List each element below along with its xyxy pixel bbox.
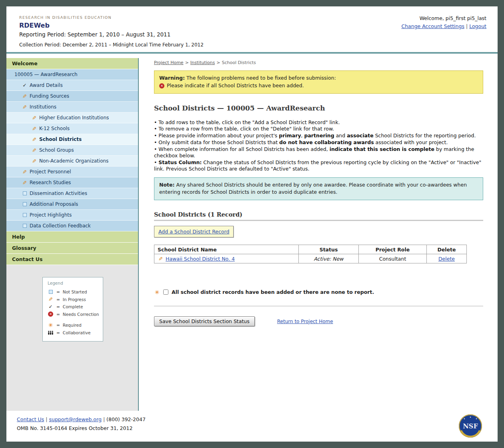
sidebar-item-funding-sources[interactable]: ✎Funding Sources bbox=[6, 91, 138, 102]
sidebar-item-label: Data Collection Feedback bbox=[30, 223, 91, 229]
legend-item-complete: ✓=Complete bbox=[48, 303, 100, 311]
warning-heading: Warning: The following problems need to … bbox=[159, 74, 478, 82]
note-text: Any shared School Districts should be en… bbox=[159, 182, 467, 195]
sidebar-item-award-details[interactable]: ✓Award Details bbox=[6, 80, 138, 91]
legend-equals: = bbox=[56, 323, 60, 327]
needs-correction-icon: ✕ bbox=[48, 311, 54, 317]
account-area: Welcome, pi5_first pi5_last Change Accou… bbox=[401, 15, 486, 29]
needs-correction-icon: ✕ bbox=[159, 83, 164, 88]
footer-email-link[interactable]: support@rdeweb.org bbox=[49, 416, 102, 422]
table-row: ✎Hawaii School District No. 4Active: New… bbox=[154, 254, 467, 263]
school-districts-table: School District NameStatusProject RoleDe… bbox=[154, 245, 467, 263]
sidebar-item-school-groups[interactable]: ✎School Groups bbox=[6, 145, 138, 156]
content-row: Welcome 100005 — AwardResearch✓Award Det… bbox=[6, 54, 498, 411]
breadcrumb-project-home[interactable]: Project Home bbox=[154, 60, 184, 65]
section-rule bbox=[154, 220, 483, 221]
sidebar-item-data-collection-feedback[interactable]: Data Collection Feedback bbox=[6, 221, 138, 231]
sidebar-item-institutions[interactable]: ✎Institutions bbox=[6, 102, 138, 113]
bullet-marker: • bbox=[154, 133, 158, 139]
reporting-period: Reporting Period: September 1, 2010 – Au… bbox=[19, 31, 487, 38]
sidebar-item-k-12-schools[interactable]: ✎K-12 Schools bbox=[6, 123, 138, 134]
in-progress-pencil-icon: ✎ bbox=[22, 180, 28, 185]
sidebar-item-welcome[interactable]: Welcome bbox=[6, 58, 138, 69]
legend-label: Collaborative bbox=[63, 330, 91, 335]
footer-contact-link[interactable]: Contact Us bbox=[17, 416, 44, 422]
note-box: Note: Any shared School Districts should… bbox=[154, 177, 483, 201]
sidebar-item-contact-us[interactable]: Contact Us bbox=[6, 254, 138, 265]
in-progress-pencil-icon: ✎ bbox=[22, 169, 28, 175]
warning-text: The following problems need to be fixed … bbox=[185, 75, 336, 81]
required-asterisk-icon: ✳ bbox=[48, 323, 54, 328]
in-progress-pencil-icon: ✎ bbox=[158, 256, 164, 261]
sidebar-item-label: 100005 — AwardResearch bbox=[14, 72, 78, 77]
sidebar-item-100005-awardresearch[interactable]: 100005 — AwardResearch bbox=[6, 69, 138, 80]
legend-equals: = bbox=[56, 330, 60, 335]
legend-title: Legend bbox=[48, 281, 100, 285]
collaborative-people-icon bbox=[48, 330, 54, 335]
change-account-settings-link[interactable]: Change Account Settings bbox=[401, 23, 464, 29]
table-header-row: School District NameStatusProject RoleDe… bbox=[154, 245, 467, 254]
in-progress-pencil-icon: ✎ bbox=[31, 115, 37, 121]
confirm-label: All school district records have been ad… bbox=[172, 289, 374, 295]
sidebar-item-non-academic-organizations[interactable]: ✎Non-Academic Organizations bbox=[6, 156, 138, 167]
sidebar-item-help[interactable]: Help bbox=[6, 231, 138, 243]
actions-row: Save School Districts Section Status Ret… bbox=[154, 316, 483, 326]
nsf-logo-text: NSF bbox=[463, 422, 478, 430]
sidebar-item-dissemination-activities[interactable]: Dissemination Activities bbox=[6, 188, 138, 199]
sidebar-item-additional-proposals[interactable]: Additional Proposals bbox=[6, 199, 138, 210]
legend-equals: = bbox=[56, 304, 60, 309]
required-icon: ✳ bbox=[154, 289, 160, 295]
sidebar-item-project-highlights[interactable]: Project Highlights bbox=[6, 210, 138, 221]
sidebar-item-higher-education-institutions[interactable]: ✎Higher Education Institutions bbox=[6, 113, 138, 123]
legend-label: Required bbox=[63, 323, 82, 327]
sidebar-item-school-districts[interactable]: ✎School Districts bbox=[6, 134, 138, 145]
add-school-district-record-link[interactable]: Add a School District Record bbox=[158, 229, 229, 235]
all-records-added-checkbox[interactable] bbox=[163, 289, 168, 295]
sidebar-item-project-personnel[interactable]: ✎Project Personnel bbox=[6, 167, 138, 177]
sidebar-item-label: K-12 Schools bbox=[39, 126, 70, 131]
not-started-checkbox-icon bbox=[22, 223, 28, 229]
legend-item-required: ✳=Required bbox=[48, 321, 100, 329]
table-header-school-district-name: School District Name bbox=[154, 245, 299, 254]
bullet-marker: • bbox=[154, 159, 158, 165]
legend-item-needs-correction: ✕=Needs Correction bbox=[48, 311, 100, 318]
instruction-item: • Please provide information about your … bbox=[154, 133, 483, 139]
instruction-item: • To remove a row from the table, click … bbox=[154, 126, 483, 132]
footer-links: Contact Us|support@rdeweb.org|(800) 392-… bbox=[17, 416, 488, 422]
logout-link[interactable]: Logout bbox=[469, 23, 486, 29]
legend-box: Legend =Not Started✎=In Progress✓=Comple… bbox=[42, 277, 103, 342]
divider-rule bbox=[154, 306, 483, 306]
table-header-project-role: Project Role bbox=[359, 245, 427, 254]
sidebar-item-label: School Groups bbox=[39, 147, 74, 153]
sidebar-lower-area: Legend =Not Started✎=In Progress✓=Comple… bbox=[6, 265, 138, 411]
sidebar-item-glossary[interactable]: Glossary bbox=[6, 243, 138, 254]
instruction-item: • To add rows to the table, click on the… bbox=[154, 119, 483, 126]
legend-items: =Not Started✎=In Progress✓=Complete✕=Nee… bbox=[48, 288, 100, 336]
legend-equals: = bbox=[56, 289, 60, 294]
warning-title: Warning: bbox=[159, 75, 185, 81]
breadcrumb-institutions[interactable]: Institutions bbox=[190, 60, 215, 65]
sidebar-item-label: Higher Education Institutions bbox=[39, 115, 109, 121]
sidebar-item-label: Award Details bbox=[30, 82, 63, 88]
instructions: • To add rows to the table, click on the… bbox=[154, 119, 483, 172]
sidebar-item-research-studies[interactable]: ✎Research Studies bbox=[6, 177, 138, 188]
nsf-logo: NSF bbox=[458, 414, 482, 438]
in-progress-pencil-icon: ✎ bbox=[48, 297, 54, 302]
legend-item-collaborative: =Collaborative bbox=[48, 329, 100, 337]
sidebar-item-label: Project Personnel bbox=[30, 169, 71, 175]
in-progress-pencil-icon: ✎ bbox=[22, 104, 28, 110]
breadcrumb: Project Home>Institutions>School Distric… bbox=[154, 60, 483, 65]
status-cell: Active: New bbox=[299, 254, 359, 263]
separator: | bbox=[46, 416, 47, 422]
district-name-link[interactable]: Hawaii School District No. 4 bbox=[166, 256, 235, 262]
warning-box: Warning: The following problems need to … bbox=[154, 70, 483, 94]
bullet-marker: • bbox=[154, 126, 158, 132]
return-to-project-home-link[interactable]: Return to Project Home bbox=[277, 319, 333, 324]
sidebar-item-label: School Districts bbox=[39, 137, 82, 142]
in-progress-pencil-icon: ✎ bbox=[31, 159, 37, 164]
table-header-delete: Delete bbox=[427, 245, 467, 254]
legend-equals: = bbox=[56, 297, 60, 302]
delete-row-link[interactable]: Delete bbox=[438, 256, 455, 262]
add-record-box: Add a School District Record bbox=[154, 226, 234, 237]
save-section-status-button[interactable]: Save School Districts Section Status bbox=[154, 316, 255, 326]
